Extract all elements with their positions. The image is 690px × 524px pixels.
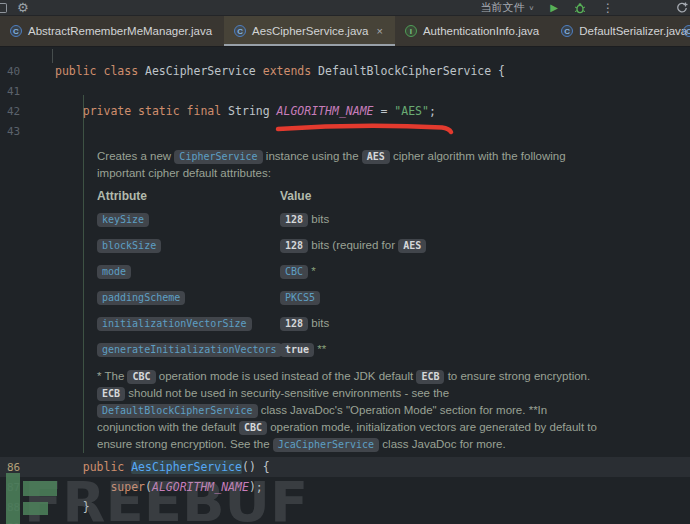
tab-label: AuthenticationInfo.java bbox=[423, 25, 539, 37]
tab-authentication-info[interactable]: I AuthenticationInfo.java bbox=[395, 16, 551, 46]
code-text: public class AesCipherService extends De… bbox=[55, 64, 505, 78]
token-kw: extends bbox=[263, 64, 311, 78]
run-configuration-selector[interactable]: 当前文件 ∨ bbox=[480, 0, 534, 15]
watermark-logo bbox=[23, 481, 57, 496]
code-line-42[interactable]: 42 private static final String ALGORITHM… bbox=[0, 101, 690, 121]
doc-text: bits bbox=[308, 317, 329, 329]
class-icon: C bbox=[234, 25, 246, 37]
ide-window: ⚙ 当前文件 ∨ ▶ ⋮ C AbstractRememberMeManager… bbox=[0, 0, 690, 524]
doc-value-cell: true ** bbox=[280, 343, 326, 357]
doc-code-chip: CBC bbox=[239, 421, 267, 435]
gear-icon[interactable]: ⚙ bbox=[17, 0, 29, 16]
doc-value-cell: 128 bits bbox=[280, 213, 329, 227]
tab-label: AesCipherService.java bbox=[252, 25, 368, 37]
doc-code-link[interactable]: DefaultBlockCipherService bbox=[97, 404, 258, 418]
debug-icon[interactable] bbox=[574, 0, 586, 16]
doc-attr-cell: paddingScheme bbox=[97, 291, 280, 305]
doc-text: class JavaDoc's "Operation Mode" section… bbox=[258, 404, 548, 416]
doc-text: bits (required for bbox=[308, 239, 398, 251]
doc-text: important cipher default attributes: bbox=[97, 167, 271, 179]
doc-code-chip: CBC bbox=[127, 370, 155, 384]
code-line-41[interactable]: 41 bbox=[0, 81, 690, 101]
doc-text: cipher algorithm with the following bbox=[390, 150, 566, 162]
code-text: private static final String ALGORITHM_NA… bbox=[55, 104, 436, 118]
watermark-logo bbox=[6, 473, 20, 524]
doc-code-chip: ECB bbox=[97, 387, 125, 401]
doc-code-chip: ECB bbox=[416, 370, 444, 384]
doc-code-link[interactable]: CipherService bbox=[174, 150, 262, 164]
rendered-javadoc: Creates a new CipherService instance usi… bbox=[97, 148, 657, 453]
table-header-attribute: Attribute bbox=[97, 189, 280, 203]
open-in-new-window-icon[interactable] bbox=[674, 0, 688, 16]
doc-footnote-line: ensure strong encryption. See the JcaCip… bbox=[97, 436, 657, 453]
class-icon: C bbox=[683, 25, 690, 37]
doc-code-link[interactable]: PKCS5 bbox=[280, 291, 320, 305]
doc-intro-line: important cipher default attributes: bbox=[97, 165, 657, 182]
doc-text: * The bbox=[97, 370, 127, 382]
tab-abstract-remember-me-manager[interactable]: C AbstractRememberMeManager.java bbox=[0, 16, 224, 46]
tool-window-icon bbox=[0, 3, 7, 13]
doc-table-row: initializationVectorSize128 bits bbox=[97, 316, 657, 332]
token-kw: public class bbox=[55, 64, 138, 78]
interface-icon: I bbox=[405, 25, 417, 37]
token-cst: ALGORITHM_NAME bbox=[277, 104, 374, 118]
doc-attr-chip: generateInitializationVectors bbox=[97, 343, 282, 357]
class-icon: C bbox=[10, 25, 22, 37]
doc-value-cell: PKCS5 bbox=[280, 291, 320, 305]
doc-attr-chip: blockSize bbox=[97, 239, 161, 253]
doc-attr-chip: mode bbox=[97, 265, 131, 279]
close-icon[interactable]: × bbox=[376, 25, 382, 37]
doc-attr-cell: generateInitializationVectors bbox=[97, 343, 280, 357]
doc-code-chip: 128 bbox=[280, 239, 308, 253]
doc-table-row: blockSize128 bits (required for AES bbox=[97, 238, 657, 254]
doc-attr-cell: keySize bbox=[97, 213, 280, 227]
doc-text: to ensure strong encryption. bbox=[444, 370, 590, 382]
doc-attr-chip: paddingScheme bbox=[97, 291, 185, 305]
doc-code-link[interactable]: CBC bbox=[280, 265, 308, 279]
run-configuration-label: 当前文件 bbox=[480, 0, 524, 15]
tab-label: AbstractRememberMeManager.java bbox=[28, 25, 212, 37]
code-line-43[interactable]: 43 bbox=[0, 121, 690, 141]
indent-guide bbox=[83, 95, 84, 453]
doc-table-row: paddingSchemePKCS5 bbox=[97, 290, 657, 306]
line-number: 42 bbox=[0, 105, 55, 118]
token-pl: String bbox=[221, 104, 276, 118]
doc-code-link[interactable]: JcaCipherService bbox=[273, 438, 379, 452]
doc-intro: Creates a new CipherService instance usi… bbox=[97, 148, 657, 182]
tab-default-serializer[interactable]: C DefaultSerializer.java bbox=[551, 16, 690, 46]
more-options-icon[interactable]: ⋮ bbox=[602, 0, 614, 16]
token-pl bbox=[55, 104, 83, 118]
line-number: 43 bbox=[0, 125, 55, 138]
token-pl: AesCipherService bbox=[138, 64, 263, 78]
doc-footnote-line: * The CBC operation mode is used instead… bbox=[97, 368, 657, 385]
doc-attr-cell: initializationVectorSize bbox=[97, 317, 280, 331]
line-number: 40 bbox=[0, 65, 55, 78]
doc-footnote-line: DefaultBlockCipherService class JavaDoc'… bbox=[97, 402, 657, 419]
doc-code-chip: 128 bbox=[280, 213, 308, 227]
editor-tab-bar: C AbstractRememberMeManager.java C AesCi… bbox=[0, 16, 690, 47]
doc-code-chip: AES bbox=[398, 239, 426, 253]
doc-footnote-line: conjunction with the default CBC operati… bbox=[97, 419, 657, 436]
doc-text: conjunction with the default bbox=[97, 421, 239, 433]
watermark-text: FREEBUF bbox=[24, 469, 308, 524]
token-str: "AES" bbox=[394, 104, 429, 118]
doc-table-row: generateInitializationVectorstrue ** bbox=[97, 342, 657, 358]
doc-attr-cell: mode bbox=[97, 265, 280, 279]
doc-asterisk: * bbox=[308, 265, 316, 277]
tab-aes-cipher-service[interactable]: C AesCipherService.java × bbox=[224, 16, 395, 46]
tab-label: DefaultSerializer.java bbox=[579, 25, 687, 37]
doc-code-chip: 128 bbox=[280, 317, 308, 331]
doc-code-chip: true bbox=[280, 343, 314, 357]
run-icon[interactable]: ▶ bbox=[550, 0, 558, 16]
doc-intro-line: Creates a new CipherService instance usi… bbox=[97, 148, 657, 165]
doc-text: class JavaDoc for more. bbox=[379, 438, 506, 450]
doc-text: operation mode, initialization vectors a… bbox=[267, 421, 597, 433]
line-number: 41 bbox=[0, 85, 55, 98]
code-line-40[interactable]: 40public class AesCipherService extends … bbox=[0, 61, 690, 81]
clipped-left-icon[interactable] bbox=[2, 0, 7, 16]
table-header-value: Value bbox=[280, 189, 311, 203]
doc-table-row: modeCBC * bbox=[97, 264, 657, 280]
doc-value-cell: 128 bits bbox=[280, 317, 329, 331]
tab-partial[interactable]: C bbox=[681, 16, 690, 46]
code-editor[interactable]: 40public class AesCipherService extends … bbox=[0, 47, 690, 524]
